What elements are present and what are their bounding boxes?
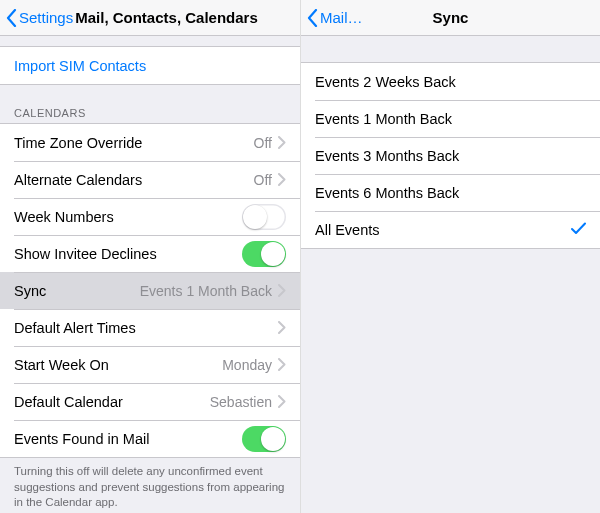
navbar-right: Mail… Sync (301, 0, 600, 36)
checkmark-icon (571, 222, 586, 238)
row-label: All Events (315, 222, 571, 238)
row-label: Week Numbers (14, 209, 242, 225)
chevron-left-icon (6, 9, 17, 27)
back-label: Mail… (320, 9, 363, 26)
events-found-toggle[interactable] (242, 426, 286, 452)
row-value: Off (254, 135, 272, 151)
chevron-right-icon (278, 173, 286, 186)
left-content: Import SIM Contacts CALENDARS Time Zone … (0, 36, 300, 513)
default-alert-times-row[interactable]: Default Alert Times (0, 309, 300, 346)
chevron-right-icon (278, 395, 286, 408)
alternate-calendars-row[interactable]: Alternate Calendars Off (0, 161, 300, 198)
events-found-in-mail-row: Events Found in Mail (0, 420, 300, 457)
row-label: Show Invitee Declines (14, 246, 242, 262)
chevron-right-icon (278, 321, 286, 334)
import-list: Import SIM Contacts (0, 46, 300, 85)
default-calendar-row[interactable]: Default Calendar Sebastien (0, 383, 300, 420)
time-zone-override-row[interactable]: Time Zone Override Off (0, 124, 300, 161)
row-value: Monday (222, 357, 272, 373)
chevron-right-icon (278, 284, 286, 297)
sync-option-3-months[interactable]: Events 3 Months Back (301, 137, 600, 174)
calendars-header: CALENDARS (0, 103, 300, 123)
row-label: Events Found in Mail (14, 431, 242, 447)
row-value: Events 1 Month Back (140, 283, 272, 299)
row-label: Events 3 Months Back (315, 148, 586, 164)
chevron-left-icon (307, 9, 318, 27)
import-sim-contacts[interactable]: Import SIM Contacts (0, 47, 300, 84)
sync-options-list: Events 2 Weeks Back Events 1 Month Back … (301, 62, 600, 249)
show-invitee-declines-row: Show Invitee Declines (0, 235, 300, 272)
row-label: Events 6 Months Back (315, 185, 586, 201)
calendars-list: Time Zone Override Off Alternate Calenda… (0, 123, 300, 458)
sync-option-2-weeks[interactable]: Events 2 Weeks Back (301, 63, 600, 100)
settings-panel: Settings Mail, Contacts, Calendars Impor… (0, 0, 300, 513)
sync-option-6-months[interactable]: Events 6 Months Back (301, 174, 600, 211)
row-label: Events 1 Month Back (315, 111, 586, 127)
page-title: Mail, Contacts, Calendars (75, 9, 258, 26)
footer-text: Turning this off will delete any unconfi… (0, 458, 300, 513)
back-button[interactable]: Mail… (307, 9, 363, 27)
back-label: Settings (19, 9, 73, 26)
chevron-right-icon (278, 358, 286, 371)
sync-row[interactable]: Sync Events 1 Month Back (0, 272, 300, 309)
row-label: Events 2 Weeks Back (315, 74, 586, 90)
row-value: Sebastien (210, 394, 272, 410)
start-week-on-row[interactable]: Start Week On Monday (0, 346, 300, 383)
sync-panel: Mail… Sync Events 2 Weeks Back Events 1 … (300, 0, 600, 513)
week-numbers-row: Week Numbers (0, 198, 300, 235)
row-label: Sync (14, 283, 140, 299)
chevron-right-icon (278, 136, 286, 149)
invitee-declines-toggle[interactable] (242, 241, 286, 267)
week-numbers-toggle[interactable] (242, 204, 286, 230)
sync-option-1-month[interactable]: Events 1 Month Back (301, 100, 600, 137)
row-label: Default Calendar (14, 394, 210, 410)
row-label: Start Week On (14, 357, 222, 373)
row-label: Import SIM Contacts (14, 58, 286, 74)
sync-option-all-events[interactable]: All Events (301, 211, 600, 248)
right-content: Events 2 Weeks Back Events 1 Month Back … (301, 36, 600, 513)
row-value: Off (254, 172, 272, 188)
row-label: Time Zone Override (14, 135, 254, 151)
row-label: Default Alert Times (14, 320, 278, 336)
back-button[interactable]: Settings (6, 9, 73, 27)
navbar-left: Settings Mail, Contacts, Calendars (0, 0, 300, 36)
row-label: Alternate Calendars (14, 172, 254, 188)
